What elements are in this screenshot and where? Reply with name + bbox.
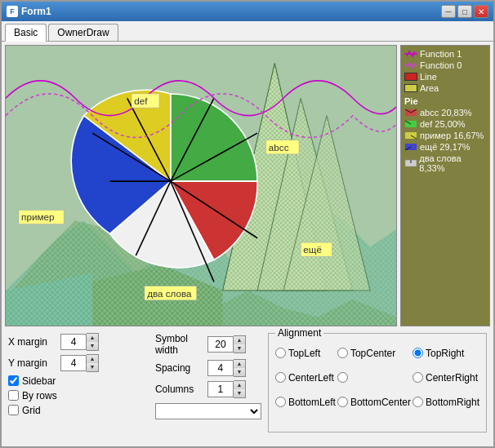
sidebar-row: Sidebar: [8, 375, 149, 387]
align-bottomleft-radio[interactable]: [275, 397, 286, 407]
legend-swatch-line: [404, 73, 417, 81]
ymargin-down[interactable]: ▼: [87, 363, 98, 371]
legend-line-icon-f0: [404, 61, 417, 69]
minimize-button[interactable]: ─: [441, 5, 456, 18]
columns-up[interactable]: ▲: [234, 381, 245, 389]
columns-down[interactable]: ▼: [234, 389, 245, 397]
ymargin-up[interactable]: ▲: [87, 355, 98, 363]
align-center: [337, 366, 411, 389]
symwidth-input[interactable]: 20: [207, 336, 234, 353]
controls-left: X margin 4 ▲ ▼ Y margin 4: [8, 333, 149, 432]
legend-item-primer: пример 16,67%: [404, 131, 486, 140]
symwidth-spinbox: 20 ▲ ▼: [207, 335, 246, 353]
spacing-input[interactable]: 4: [207, 360, 234, 376]
controls-mid: Symbol width 20 ▲ ▼ Spacing 4: [155, 333, 261, 432]
align-bottomcenter: BottomCenter: [337, 391, 411, 414]
columns-spin-btns: ▲ ▼: [234, 380, 246, 398]
align-bottomcenter-radio[interactable]: [337, 397, 348, 407]
align-center-radio[interactable]: [337, 372, 348, 383]
legend-title-pie: Pie: [404, 96, 486, 106]
legend-item-def: def 25,00%: [404, 119, 486, 129]
xmargin-row: X margin 4 ▲ ▼: [8, 333, 149, 351]
symwidth-label: Symbol width: [155, 333, 204, 356]
align-centerright-radio[interactable]: [412, 372, 423, 383]
ymargin-spinbox: 4 ▲ ▼: [60, 354, 99, 372]
byrows-checkbox[interactable]: [8, 390, 19, 401]
svg-text:def: def: [134, 95, 148, 106]
legend-pie-icon-dva: [404, 159, 417, 167]
svg-text:пример: пример: [21, 211, 55, 222]
spacing-row: Spacing 4 ▲ ▼: [155, 359, 261, 377]
window-title: Form1: [21, 6, 51, 17]
legend-label-sche: ещё 29,17%: [420, 142, 470, 152]
xmargin-up[interactable]: ▲: [87, 334, 98, 342]
legend-swatch-area: [404, 84, 417, 92]
symwidth-down[interactable]: ▼: [234, 344, 245, 353]
title-controls: ─ □ ✕: [441, 5, 488, 18]
alignment-panel: Alignment TopLeft TopCenter TopRight: [268, 333, 487, 432]
svg-text:два слова: два слова: [147, 287, 192, 298]
columns-input[interactable]: 1: [207, 381, 234, 397]
align-topcenter-radio[interactable]: [337, 348, 348, 358]
align-topleft-radio[interactable]: [275, 348, 286, 358]
legend-item-area: Area: [404, 83, 486, 93]
align-topright: TopRight: [412, 342, 479, 365]
legend-item-abcc: abcc 20,83%: [404, 108, 486, 118]
align-topright-radio[interactable]: [412, 348, 423, 358]
xmargin-spin-btns: ▲ ▼: [87, 333, 99, 351]
ymargin-input[interactable]: 4: [60, 355, 87, 371]
align-topleft-label: TopLeft: [288, 348, 320, 359]
legend-label-function1: Function 1: [420, 49, 462, 59]
legend-item-function1: Function 1: [404, 49, 486, 59]
tab-basic[interactable]: Basic: [5, 24, 47, 42]
spacing-up[interactable]: ▲: [234, 360, 245, 368]
align-topleft: TopLeft: [275, 342, 336, 365]
align-bottomright-radio[interactable]: [412, 397, 423, 407]
legend-item-function0: Function 0: [404, 60, 486, 70]
align-centerleft-radio[interactable]: [275, 372, 286, 383]
align-topcenter: TopCenter: [337, 342, 411, 365]
tabs-bar: Basic OwnerDraw: [2, 21, 493, 42]
close-button[interactable]: ✕: [474, 5, 488, 18]
legend-item-dva: два слова 8,33%: [404, 153, 486, 173]
align-bottomleft-label: BottomLeft: [288, 397, 336, 408]
align-centerleft-label: CenterLeft: [288, 372, 334, 384]
spacing-down[interactable]: ▼: [234, 368, 245, 376]
chart-canvas: def abcc пример два слова ещё: [5, 45, 397, 326]
legend-line-icon-f1: [404, 50, 417, 58]
grid-checkbox[interactable]: [8, 405, 19, 415]
symwidth-row: Symbol width 20 ▲ ▼: [155, 333, 261, 356]
spacing-label: Spacing: [155, 362, 204, 374]
columns-dropdown[interactable]: [155, 403, 261, 419]
byrows-row: By rows: [8, 390, 149, 401]
ymargin-spin-btns: ▲ ▼: [87, 354, 99, 372]
grid-row: Grid: [8, 405, 149, 416]
maximize-button[interactable]: □: [457, 5, 472, 18]
symwidth-up[interactable]: ▲: [234, 336, 245, 344]
sidebar-checkbox[interactable]: [8, 375, 19, 386]
xmargin-input[interactable]: 4: [60, 334, 87, 350]
columns-row: Columns 1 ▲ ▼: [155, 380, 261, 398]
legend-item-line: Line: [404, 72, 486, 82]
legend-pie-icon-primer: [404, 131, 417, 140]
xmargin-spinbox: 4 ▲ ▼: [60, 333, 99, 351]
columns-spinbox: 1 ▲ ▼: [207, 380, 246, 398]
align-bottomright-label: BottomRight: [426, 397, 479, 408]
legend-pie-icon-def: [404, 120, 417, 128]
align-centerright: CenterRight: [412, 366, 479, 389]
symwidth-spin-btns: ▲ ▼: [234, 335, 246, 353]
legend-label-line: Line: [420, 72, 437, 82]
tab-ownerdraw[interactable]: OwnerDraw: [48, 24, 118, 41]
align-topcenter-label: TopCenter: [350, 348, 395, 359]
legend-label-dva: два слова 8,33%: [419, 153, 486, 173]
ymargin-row: Y margin 4 ▲ ▼: [8, 354, 149, 372]
columns-label: Columns: [155, 384, 204, 395]
xmargin-down[interactable]: ▼: [87, 342, 98, 350]
spacing-spinbox: 4 ▲ ▼: [207, 359, 246, 377]
controls-area: X margin 4 ▲ ▼ Y margin 4: [5, 330, 490, 436]
legend-label-function0: Function 0: [420, 60, 462, 70]
title-bar-left: F Form1: [7, 6, 51, 17]
legend-label-area: Area: [420, 83, 439, 93]
spacing-spin-btns: ▲ ▼: [234, 359, 246, 377]
align-topright-label: TopRight: [426, 348, 464, 359]
